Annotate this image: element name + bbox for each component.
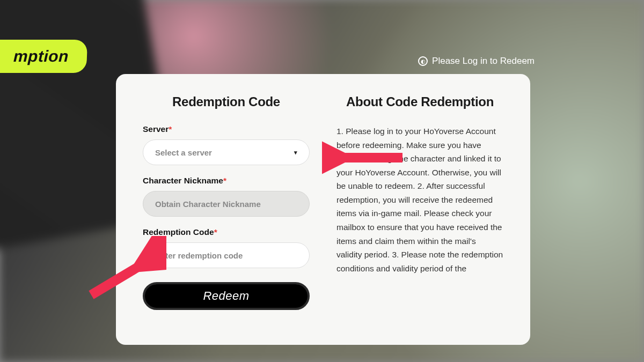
- chevron-down-icon: ▾: [294, 149, 297, 156]
- info-column: About Code Redemption 1. Please log in t…: [336, 94, 503, 329]
- info-heading: About Code Redemption: [336, 94, 503, 109]
- form-heading: Redemption Code: [143, 94, 310, 109]
- required-marker: *: [214, 227, 217, 237]
- page-badge-text: mption: [13, 47, 69, 65]
- redeem-button[interactable]: Redeem: [143, 282, 310, 310]
- server-label: Server*: [143, 124, 310, 134]
- redemption-modal: Redemption Code Server* Select a server …: [116, 74, 530, 345]
- page-badge: mption: [0, 40, 87, 73]
- required-marker: *: [223, 176, 226, 185]
- nickname-label: Character Nickname*: [143, 176, 310, 186]
- login-hint-text: Please Log in to Redeem: [432, 56, 535, 67]
- code-input[interactable]: Enter redemption code: [143, 242, 310, 268]
- required-marker: *: [169, 124, 172, 134]
- server-select[interactable]: Select a server ▾: [143, 139, 310, 165]
- code-placeholder: Enter redemption code: [155, 251, 243, 260]
- form-column: Redemption Code Server* Select a server …: [143, 94, 310, 329]
- user-icon: ◐: [418, 56, 428, 66]
- nickname-field[interactable]: Obtain Character Nickname: [143, 191, 310, 217]
- code-label: Redemption Code*: [143, 227, 310, 237]
- login-hint[interactable]: ◐ Please Log in to Redeem: [418, 56, 535, 67]
- server-placeholder: Select a server: [155, 148, 212, 157]
- info-body: 1. Please log in to your HoYoverse Accou…: [336, 124, 503, 344]
- nickname-placeholder: Obtain Character Nickname: [155, 200, 261, 209]
